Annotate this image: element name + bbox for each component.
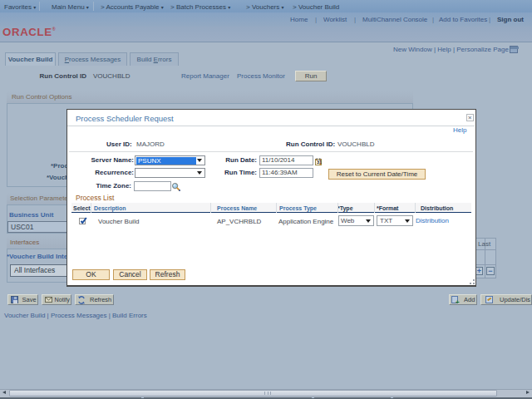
svg-text:31: 31 [317,160,322,165]
